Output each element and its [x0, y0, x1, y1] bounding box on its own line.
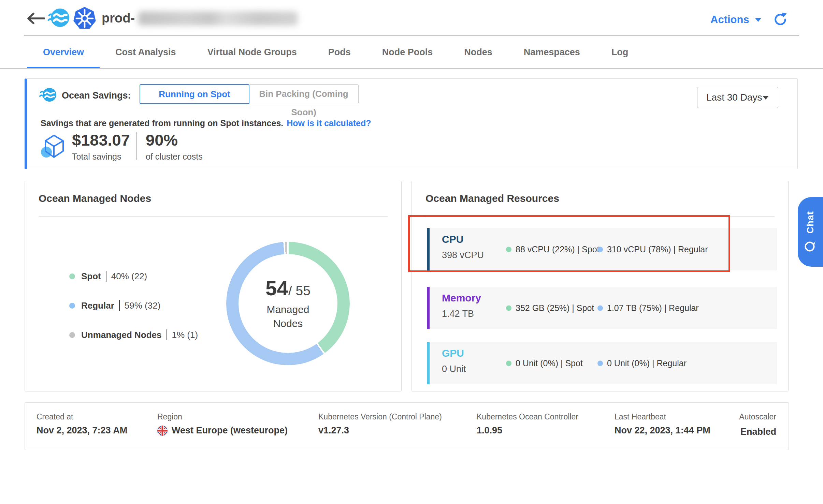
total-savings-value: $183.07 — [72, 131, 130, 149]
ocean-wave-icon — [39, 87, 57, 103]
autoscaler-status-badge: Enabled — [739, 427, 776, 437]
autoscaler-column: Autoscaler Enabled — [739, 403, 776, 450]
cluster-cost-percent-label: of cluster costs — [146, 152, 203, 162]
cpu-row: CPU 398 vCPU 88 vCPU (22%) | Spot 310 vC… — [427, 228, 777, 270]
savings-cube-icon — [41, 133, 67, 161]
tab-cost-analysis[interactable]: Cost Analysis — [100, 36, 192, 69]
tab-pods[interactable]: Pods — [313, 36, 366, 69]
spot-dot-icon — [506, 360, 511, 366]
period-dropdown[interactable]: Last 30 Days — [697, 87, 778, 108]
savings-divider — [136, 132, 137, 160]
how-calculated-link[interactable]: How is it calculated? — [287, 118, 371, 128]
tab-nodes[interactable]: Nodes — [448, 36, 508, 69]
header: prod- Actions — [0, 0, 823, 35]
memory-spot-stat: 352 GB (25%) | Spot — [506, 303, 594, 313]
legend-item-unmanaged: Unmanaged Nodes 1% (1) — [69, 329, 198, 341]
chat-label: Chat — [805, 211, 816, 234]
chevron-down-icon — [762, 95, 769, 100]
cluster-info-footer: Created at Nov 2, 2023, 7:23 AM Region W… — [25, 402, 789, 450]
refresh-icon[interactable] — [773, 12, 787, 27]
chat-bubble-icon — [804, 240, 817, 253]
ocean-managed-nodes-card: Ocean Managed Nodes Spot 40% (22) Regula… — [25, 181, 402, 391]
tab-log[interactable]: Log — [596, 36, 644, 69]
tab-bar: Overview Cost Analysis Virtual Node Grou… — [27, 36, 644, 69]
actions-button[interactable]: Actions — [710, 14, 762, 26]
donut-chart: 54/ 55 Managed Nodes — [226, 242, 350, 365]
savings-description: Savings that are generated from running … — [41, 118, 371, 128]
spot-dot-icon — [69, 273, 75, 279]
legend-item-spot: Spot 40% (22) — [69, 270, 198, 282]
gpu-spot-stat: 0 Unit (0%) | Spot — [506, 358, 583, 368]
ocean-managed-resources-card: Ocean Managed Resources CPU 398 vCPU 88 … — [411, 181, 789, 391]
savings-label: Ocean Savings: — [62, 90, 131, 101]
spot-dot-icon — [506, 247, 511, 252]
unmanaged-dot-icon — [69, 332, 75, 338]
nodes-legend: Spot 40% (22) Regular 59% (32) Unmanaged… — [69, 270, 198, 358]
legend-item-regular: Regular 59% (32) — [69, 300, 198, 311]
regular-dot-icon — [597, 305, 603, 311]
tab-node-pools[interactable]: Node Pools — [366, 36, 449, 69]
donut-center: 54/ 55 Managed Nodes — [239, 254, 337, 353]
nodes-card-divider — [39, 217, 388, 217]
donut-center-label: Managed Nodes — [254, 303, 322, 330]
managed-count: 54 — [265, 277, 288, 300]
cpu-regular-stat: 310 vCPU (78%) | Regular — [597, 244, 708, 254]
gpu-regular-stat: 0 Unit (0%) | Regular — [597, 358, 687, 368]
cpu-spot-stat: 88 vCPU (22%) | Spot — [506, 244, 599, 254]
total-count: / 55 — [288, 283, 311, 298]
tab-virtual-node-groups[interactable]: Virtual Node Groups — [192, 36, 313, 69]
kubernetes-logo-icon — [73, 6, 96, 30]
uk-flag-icon — [157, 426, 168, 436]
savings-toggle: Running on Spot Bin Packing (Coming Soon… — [140, 84, 359, 104]
back-arrow-icon[interactable] — [27, 12, 45, 25]
memory-row: Memory 1.42 TB 352 GB (25%) | Spot 1.07 … — [427, 287, 777, 329]
page-title: prod- — [102, 11, 298, 26]
ocean-savings-panel: Ocean Savings: Running on Spot Bin Packi… — [25, 78, 798, 169]
spot-dot-icon — [506, 305, 511, 311]
spot-ocean-logo-icon — [47, 6, 70, 29]
tab-namespaces[interactable]: Namespaces — [508, 36, 596, 69]
nodes-card-title: Ocean Managed Nodes — [39, 193, 151, 204]
cluster-cost-percent-value: 90% — [146, 131, 178, 149]
page: prod- Actions Overview Cost Analysis Vir… — [0, 0, 823, 504]
running-on-spot-button[interactable]: Running on Spot — [140, 84, 249, 104]
regular-dot-icon — [597, 247, 603, 252]
regular-dot-icon — [597, 360, 603, 366]
total-savings-label: Total savings — [72, 152, 121, 162]
tab-overview[interactable]: Overview — [27, 36, 100, 69]
gpu-row: GPU 0 Unit 0 Unit (0%) | Spot 0 Unit (0%… — [427, 342, 777, 384]
tabs-divider — [0, 68, 823, 69]
memory-regular-stat: 1.07 TB (75%) | Regular — [597, 303, 699, 313]
redacted-cluster-name — [138, 11, 298, 26]
regular-dot-icon — [69, 303, 75, 309]
resources-card-title: Ocean Managed Resources — [425, 193, 559, 204]
resources-card-divider — [425, 217, 775, 217]
chat-button[interactable]: Chat — [798, 197, 823, 267]
chevron-down-icon — [755, 17, 762, 22]
bin-packing-button[interactable]: Bin Packing (Coming Soon) — [249, 84, 359, 104]
